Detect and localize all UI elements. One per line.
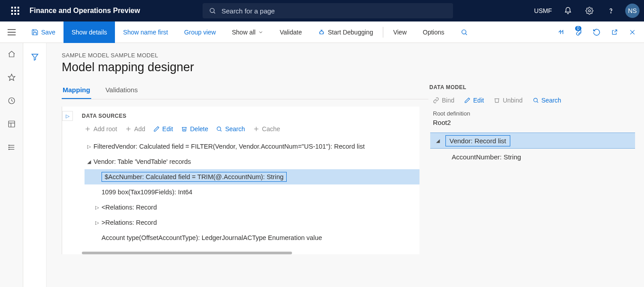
recent-icon[interactable] bbox=[8, 97, 16, 107]
group-view-button[interactable]: Group view bbox=[176, 21, 224, 43]
svg-line-36 bbox=[220, 130, 222, 132]
search-button[interactable]: Search bbox=[216, 125, 245, 133]
svg-point-2 bbox=[589, 10, 591, 12]
root-definition-label: Root definition bbox=[433, 110, 635, 117]
data-model-header: DATA MODEL bbox=[429, 84, 635, 90]
add-button[interactable]: Add bbox=[125, 125, 145, 133]
trash-icon bbox=[494, 97, 500, 103]
filter-icon[interactable] bbox=[31, 53, 39, 287]
popout-icon[interactable] bbox=[606, 23, 623, 41]
svg-point-27 bbox=[8, 145, 9, 146]
attachments-badge: 0 bbox=[575, 26, 581, 31]
svg-line-13 bbox=[323, 33, 323, 34]
svg-point-14 bbox=[462, 30, 466, 34]
breadcrumb: SAMPLE MODEL SAMPLE MODEL bbox=[62, 52, 644, 59]
svg-point-29 bbox=[8, 149, 9, 150]
dm-row-vendor[interactable]: ◢Vendor: Record list bbox=[430, 133, 635, 149]
save-label: Save bbox=[41, 29, 55, 36]
search-placeholder: Search for a page bbox=[221, 7, 275, 15]
favorites-icon[interactable] bbox=[8, 73, 16, 83]
options-menu[interactable]: Options bbox=[415, 21, 452, 43]
global-search[interactable]: Search for a page bbox=[203, 3, 453, 18]
cache-button[interactable]: Cache bbox=[253, 125, 280, 133]
root-definition-value[interactable]: Root2 bbox=[433, 119, 635, 128]
svg-point-3 bbox=[610, 13, 611, 13]
find-button[interactable] bbox=[453, 21, 476, 43]
show-all-dropdown[interactable]: Show all bbox=[224, 21, 272, 43]
svg-line-40 bbox=[537, 102, 538, 103]
tree-row-vendor[interactable]: ◢Vendor: Table 'VendTable' records bbox=[85, 154, 419, 169]
dm-row-accountnumber[interactable]: AccountNumber: String bbox=[430, 149, 635, 165]
data-sources-header: DATA SOURCES bbox=[62, 107, 419, 124]
show-details-button[interactable]: Show details bbox=[64, 21, 115, 43]
workspaces-icon[interactable] bbox=[8, 120, 16, 130]
show-name-first-button[interactable]: Show name first bbox=[115, 21, 176, 43]
refresh-icon[interactable] bbox=[588, 23, 606, 41]
tree-row-1099box[interactable]: 1099 box(Tax1099Fields): Int64 bbox=[85, 184, 419, 200]
delete-button[interactable]: Delete bbox=[181, 125, 208, 133]
start-debugging-label: Start Debugging bbox=[328, 29, 373, 36]
separator bbox=[383, 27, 383, 38]
link-icon bbox=[433, 97, 439, 103]
svg-point-28 bbox=[8, 147, 9, 148]
svg-rect-7 bbox=[320, 31, 323, 34]
settings-icon[interactable] bbox=[580, 0, 598, 21]
tree-row-accounttype[interactable]: Account type(OffsetAccountType): LedgerJ… bbox=[85, 230, 419, 245]
home-icon[interactable] bbox=[8, 50, 16, 60]
search-icon bbox=[216, 126, 222, 132]
app-title: Finance and Operations Preview bbox=[30, 7, 140, 15]
tab-validations[interactable]: Validations bbox=[105, 82, 139, 99]
svg-line-15 bbox=[466, 34, 467, 35]
find-icon bbox=[461, 29, 468, 36]
debug-icon bbox=[318, 29, 325, 36]
svg-line-1 bbox=[214, 12, 215, 13]
svg-rect-21 bbox=[8, 121, 15, 127]
start-debugging-button[interactable]: Start Debugging bbox=[310, 21, 381, 43]
related-info-icon[interactable] bbox=[552, 23, 570, 41]
tree-row-relations-gt[interactable]: ▷>Relations: Record bbox=[85, 215, 419, 230]
pencil-icon bbox=[153, 126, 160, 132]
notifications-icon[interactable] bbox=[559, 0, 577, 21]
dm-edit-button[interactable]: Edit bbox=[464, 97, 484, 104]
save-button[interactable]: Save bbox=[23, 21, 64, 43]
tree-row-filteredvendor[interactable]: ▷FilteredVendor: Calculated field = FILT… bbox=[85, 139, 419, 154]
svg-point-35 bbox=[217, 127, 221, 130]
save-icon bbox=[31, 29, 38, 36]
tab-mapping[interactable]: Mapping bbox=[62, 82, 91, 99]
svg-line-12 bbox=[319, 33, 320, 34]
bind-button[interactable]: Bind bbox=[433, 97, 454, 104]
validate-button[interactable]: Validate bbox=[271, 21, 310, 43]
page-title: Model mapping designer bbox=[62, 60, 644, 74]
svg-line-16 bbox=[614, 30, 617, 32]
search-icon bbox=[209, 7, 216, 14]
svg-point-39 bbox=[534, 98, 537, 102]
svg-marker-19 bbox=[8, 74, 15, 81]
pencil-icon bbox=[464, 97, 470, 103]
unbind-button[interactable]: Unbind bbox=[494, 97, 522, 104]
user-avatar[interactable]: NS bbox=[625, 4, 640, 18]
company-label[interactable]: USMF bbox=[534, 7, 552, 14]
panel-expand-handle[interactable]: ▷ bbox=[62, 111, 73, 121]
chevron-down-icon bbox=[258, 30, 263, 35]
svg-marker-30 bbox=[32, 54, 38, 60]
add-root-button[interactable]: Add root bbox=[85, 125, 117, 133]
trash-icon bbox=[181, 126, 187, 132]
modules-icon[interactable] bbox=[8, 143, 16, 153]
app-launcher-icon[interactable] bbox=[4, 0, 26, 21]
close-icon[interactable] bbox=[623, 23, 641, 41]
search-icon bbox=[533, 97, 539, 103]
tree-row-accnumber[interactable]: $AccNumber: Calculated field = TRIM(@.Ac… bbox=[85, 169, 419, 184]
view-menu[interactable]: View bbox=[385, 21, 415, 43]
edit-button[interactable]: Edit bbox=[153, 125, 173, 133]
help-icon[interactable] bbox=[602, 0, 620, 21]
show-all-label: Show all bbox=[232, 29, 256, 36]
dm-search-button[interactable]: Search bbox=[533, 97, 561, 104]
horizontal-scrollbar[interactable] bbox=[82, 252, 292, 254]
nav-toggle-icon[interactable] bbox=[0, 21, 23, 43]
attachments-icon[interactable]: 0 bbox=[570, 23, 588, 41]
svg-point-0 bbox=[210, 9, 214, 13]
tree-row-relations-lt[interactable]: ▷<Relations: Record bbox=[85, 200, 419, 215]
